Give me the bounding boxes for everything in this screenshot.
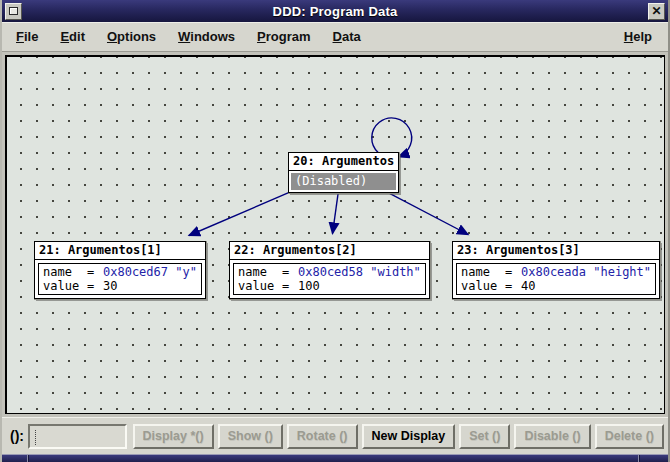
field-eq: = — [505, 265, 521, 279]
menu-help[interactable]: Help — [616, 25, 660, 48]
field-value: 0x80ceada "height" — [521, 265, 651, 279]
node-21-body[interactable]: name = 0x80ced67 "y" value = 30 — [38, 263, 202, 295]
field-name: name — [238, 265, 282, 279]
field-row: name = 0x80ced67 "y" — [43, 265, 197, 279]
close-button[interactable]: ✕ — [648, 3, 665, 20]
argument-toolbar: (): Display *() Show () Rotate () New Di… — [2, 417, 668, 454]
field-name: value — [461, 279, 505, 293]
field-value: 0x80ced67 "y" — [103, 265, 197, 279]
display-node-21[interactable]: 21: Argumentos[1] name = 0x80ced67 "y" v… — [34, 241, 206, 299]
window-resize-frame[interactable] — [2, 454, 668, 462]
resize-handle-divider — [27, 455, 28, 462]
node-22-title[interactable]: 22: Argumentos[2] — [230, 242, 429, 260]
field-value: 0x80ced58 "width" — [298, 265, 421, 279]
field-eq: = — [87, 279, 103, 293]
display-node-20[interactable]: 20: Argumentos (Disabled) — [288, 152, 399, 193]
close-icon: ✕ — [651, 4, 661, 18]
graph-edges — [7, 57, 664, 413]
ddd-program-data-window: DDD: Program Data ✕ File Edit Options Wi… — [0, 0, 670, 462]
argument-label: (): — [10, 428, 24, 444]
field-value: 30 — [103, 279, 117, 293]
node-20-disabled-status[interactable]: (Disabled) — [291, 173, 396, 190]
display-deref-button[interactable]: Display *() — [133, 424, 214, 449]
menu-windows[interactable]: Windows — [170, 25, 243, 48]
node-23-body[interactable]: name = 0x80ceada "height" value = 40 — [456, 263, 656, 295]
window-menu-button[interactable] — [5, 3, 22, 20]
field-row: name = 0x80ced58 "width" — [238, 265, 421, 279]
canvas-frame: 20: Argumentos (Disabled) 21: Argumentos… — [2, 52, 668, 417]
show-button[interactable]: Show () — [218, 424, 283, 449]
display-node-23[interactable]: 23: Argumentos[3] name = 0x80ceada "heig… — [452, 241, 660, 299]
field-eq: = — [505, 279, 521, 293]
disable-button[interactable]: Disable () — [514, 424, 590, 449]
window-menu-icon — [9, 7, 18, 15]
menu-edit[interactable]: Edit — [52, 25, 93, 48]
delete-button[interactable]: Delete () — [595, 424, 664, 449]
node-23-title[interactable]: 23: Argumentos[3] — [453, 242, 659, 260]
rotate-button[interactable]: Rotate () — [287, 424, 358, 449]
menu-file[interactable]: File — [8, 25, 46, 48]
text-caret — [35, 430, 36, 445]
field-eq: = — [282, 279, 298, 293]
display-node-22[interactable]: 22: Argumentos[2] name = 0x80ced58 "widt… — [229, 241, 430, 299]
field-eq: = — [282, 265, 298, 279]
argument-input[interactable] — [28, 424, 127, 449]
new-display-button[interactable]: New Display — [362, 424, 456, 449]
menu-options[interactable]: Options — [99, 25, 164, 48]
edge-20-23 — [382, 190, 468, 235]
field-name: name — [461, 265, 505, 279]
menu-data[interactable]: Data — [325, 25, 369, 48]
window-title: DDD: Program Data — [2, 4, 668, 19]
menu-program[interactable]: Program — [249, 25, 318, 48]
field-row: value = 100 — [238, 279, 421, 293]
field-value: 100 — [298, 279, 320, 293]
field-row: name = 0x80ceada "height" — [461, 265, 651, 279]
node-21-title[interactable]: 21: Argumentos[1] — [35, 242, 205, 260]
titlebar: DDD: Program Data ✕ — [2, 0, 668, 22]
node-22-body[interactable]: name = 0x80ced58 "width" value = 100 — [233, 263, 426, 295]
field-row: value = 30 — [43, 279, 197, 293]
edge-20-21 — [189, 190, 296, 236]
field-name: value — [43, 279, 87, 293]
node-20-title[interactable]: 20: Argumentos — [289, 153, 398, 171]
field-value: 40 — [521, 279, 535, 293]
field-name: value — [238, 279, 282, 293]
data-display-canvas[interactable]: 20: Argumentos (Disabled) 21: Argumentos… — [5, 55, 665, 414]
field-eq: = — [87, 265, 103, 279]
edge-self-loop — [372, 118, 412, 157]
resize-handle-divider — [638, 455, 639, 462]
field-row: value = 40 — [461, 279, 651, 293]
menubar: File Edit Options Windows Program Data H… — [2, 22, 668, 52]
set-button[interactable]: Set () — [459, 424, 510, 449]
field-name: name — [43, 265, 87, 279]
edge-20-22 — [333, 191, 339, 234]
